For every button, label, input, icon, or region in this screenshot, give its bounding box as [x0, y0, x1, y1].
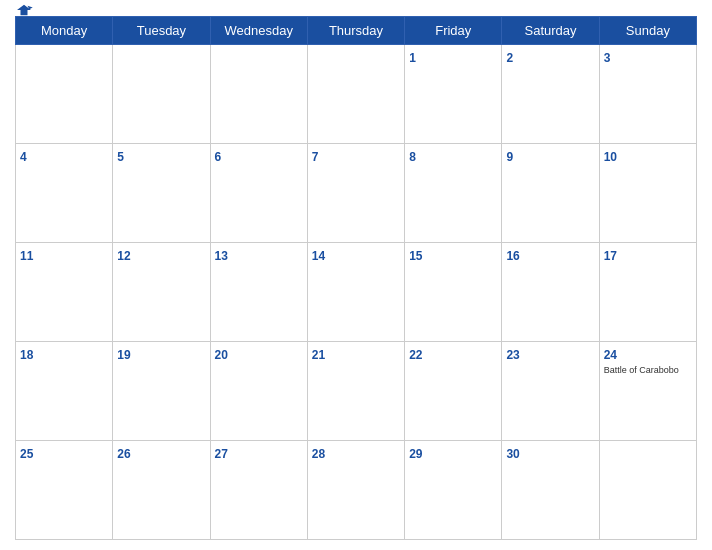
day-number: 26	[117, 447, 130, 461]
day-number: 17	[604, 249, 617, 263]
calendar-week-row: 123	[16, 45, 697, 144]
calendar-cell: 24Battle of Carabobo	[599, 342, 696, 441]
calendar-cell: 27	[210, 441, 307, 540]
day-number: 4	[20, 150, 27, 164]
calendar-cell: 13	[210, 243, 307, 342]
day-number: 2	[506, 51, 513, 65]
day-number: 1	[409, 51, 416, 65]
day-number: 8	[409, 150, 416, 164]
calendar-cell: 2	[502, 45, 599, 144]
calendar-cell	[113, 45, 210, 144]
day-number: 12	[117, 249, 130, 263]
calendar-cell: 30	[502, 441, 599, 540]
day-number: 15	[409, 249, 422, 263]
logo-bird-icon	[15, 3, 33, 17]
day-number: 21	[312, 348, 325, 362]
calendar-cell: 4	[16, 144, 113, 243]
day-number: 24	[604, 348, 617, 362]
weekday-header-thursday: Thursday	[307, 17, 404, 45]
day-number: 20	[215, 348, 228, 362]
calendar-event: Battle of Carabobo	[604, 365, 692, 376]
calendar-cell: 19	[113, 342, 210, 441]
weekday-header-sunday: Sunday	[599, 17, 696, 45]
day-number: 30	[506, 447, 519, 461]
weekday-header-monday: Monday	[16, 17, 113, 45]
calendar-cell: 18	[16, 342, 113, 441]
calendar-cell: 16	[502, 243, 599, 342]
calendar-cell: 14	[307, 243, 404, 342]
day-number: 22	[409, 348, 422, 362]
calendar-cell: 17	[599, 243, 696, 342]
calendar-cell: 5	[113, 144, 210, 243]
day-number: 6	[215, 150, 222, 164]
day-number: 11	[20, 249, 33, 263]
day-number: 14	[312, 249, 325, 263]
day-number: 19	[117, 348, 130, 362]
calendar-cell: 21	[307, 342, 404, 441]
day-number: 5	[117, 150, 124, 164]
calendar-cell: 1	[405, 45, 502, 144]
day-number: 28	[312, 447, 325, 461]
calendar-week-row: 11121314151617	[16, 243, 697, 342]
calendar-cell: 3	[599, 45, 696, 144]
weekday-header-saturday: Saturday	[502, 17, 599, 45]
calendar-cell: 6	[210, 144, 307, 243]
day-number: 29	[409, 447, 422, 461]
calendar-cell: 7	[307, 144, 404, 243]
calendar-cell: 9	[502, 144, 599, 243]
logo	[15, 3, 34, 17]
logo-blue-text	[15, 3, 34, 17]
calendar-cell: 10	[599, 144, 696, 243]
calendar-cell: 11	[16, 243, 113, 342]
calendar-cell	[16, 45, 113, 144]
day-number: 27	[215, 447, 228, 461]
weekday-header-tuesday: Tuesday	[113, 17, 210, 45]
calendar-cell: 25	[16, 441, 113, 540]
calendar-cell: 28	[307, 441, 404, 540]
day-number: 25	[20, 447, 33, 461]
day-number: 3	[604, 51, 611, 65]
calendar-cell: 26	[113, 441, 210, 540]
calendar-week-row: 45678910	[16, 144, 697, 243]
calendar-cell: 22	[405, 342, 502, 441]
weekday-header-row: MondayTuesdayWednesdayThursdayFridaySatu…	[16, 17, 697, 45]
calendar-cell: 15	[405, 243, 502, 342]
calendar-cell	[599, 441, 696, 540]
weekday-header-friday: Friday	[405, 17, 502, 45]
calendar-cell	[210, 45, 307, 144]
calendar-cell: 8	[405, 144, 502, 243]
day-number: 23	[506, 348, 519, 362]
calendar-cell: 23	[502, 342, 599, 441]
day-number: 10	[604, 150, 617, 164]
calendar-table: MondayTuesdayWednesdayThursdayFridaySatu…	[15, 16, 697, 540]
day-number: 7	[312, 150, 319, 164]
day-number: 16	[506, 249, 519, 263]
day-number: 9	[506, 150, 513, 164]
weekday-header-wednesday: Wednesday	[210, 17, 307, 45]
day-number: 13	[215, 249, 228, 263]
calendar-week-row: 18192021222324Battle of Carabobo	[16, 342, 697, 441]
calendar-cell: 29	[405, 441, 502, 540]
calendar-cell	[307, 45, 404, 144]
day-number: 18	[20, 348, 33, 362]
calendar-cell: 12	[113, 243, 210, 342]
calendar-cell: 20	[210, 342, 307, 441]
calendar-week-row: 252627282930	[16, 441, 697, 540]
